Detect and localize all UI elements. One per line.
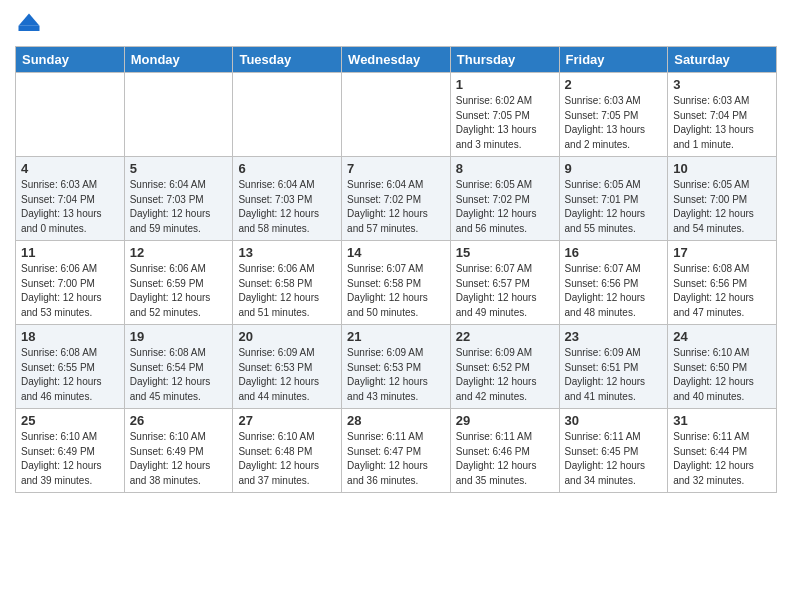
day-number: 3 bbox=[673, 77, 771, 92]
day-number: 4 bbox=[21, 161, 119, 176]
day-info: Sunrise: 6:05 AM Sunset: 7:01 PM Dayligh… bbox=[565, 178, 663, 236]
day-number: 25 bbox=[21, 413, 119, 428]
day-number: 10 bbox=[673, 161, 771, 176]
day-info: Sunrise: 6:11 AM Sunset: 6:45 PM Dayligh… bbox=[565, 430, 663, 488]
calendar-table: SundayMondayTuesdayWednesdayThursdayFrid… bbox=[15, 46, 777, 493]
day-number: 20 bbox=[238, 329, 336, 344]
calendar-cell: 2Sunrise: 6:03 AM Sunset: 7:05 PM Daylig… bbox=[559, 73, 668, 157]
calendar-cell: 27Sunrise: 6:10 AM Sunset: 6:48 PM Dayli… bbox=[233, 409, 342, 493]
day-info: Sunrise: 6:05 AM Sunset: 7:02 PM Dayligh… bbox=[456, 178, 554, 236]
day-number: 13 bbox=[238, 245, 336, 260]
logo bbox=[15, 10, 47, 38]
calendar-cell: 9Sunrise: 6:05 AM Sunset: 7:01 PM Daylig… bbox=[559, 157, 668, 241]
day-info: Sunrise: 6:11 AM Sunset: 6:44 PM Dayligh… bbox=[673, 430, 771, 488]
day-info: Sunrise: 6:07 AM Sunset: 6:56 PM Dayligh… bbox=[565, 262, 663, 320]
weekday-header-saturday: Saturday bbox=[668, 47, 777, 73]
day-number: 7 bbox=[347, 161, 445, 176]
calendar-cell: 30Sunrise: 6:11 AM Sunset: 6:45 PM Dayli… bbox=[559, 409, 668, 493]
weekday-header-friday: Friday bbox=[559, 47, 668, 73]
calendar-cell: 24Sunrise: 6:10 AM Sunset: 6:50 PM Dayli… bbox=[668, 325, 777, 409]
calendar-cell: 4Sunrise: 6:03 AM Sunset: 7:04 PM Daylig… bbox=[16, 157, 125, 241]
day-number: 26 bbox=[130, 413, 228, 428]
day-info: Sunrise: 6:08 AM Sunset: 6:54 PM Dayligh… bbox=[130, 346, 228, 404]
day-number: 30 bbox=[565, 413, 663, 428]
day-info: Sunrise: 6:03 AM Sunset: 7:04 PM Dayligh… bbox=[21, 178, 119, 236]
calendar-week-4: 18Sunrise: 6:08 AM Sunset: 6:55 PM Dayli… bbox=[16, 325, 777, 409]
calendar-week-5: 25Sunrise: 6:10 AM Sunset: 6:49 PM Dayli… bbox=[16, 409, 777, 493]
day-info: Sunrise: 6:07 AM Sunset: 6:58 PM Dayligh… bbox=[347, 262, 445, 320]
day-info: Sunrise: 6:09 AM Sunset: 6:53 PM Dayligh… bbox=[347, 346, 445, 404]
calendar-cell bbox=[342, 73, 451, 157]
day-number: 29 bbox=[456, 413, 554, 428]
day-info: Sunrise: 6:03 AM Sunset: 7:05 PM Dayligh… bbox=[565, 94, 663, 152]
day-number: 14 bbox=[347, 245, 445, 260]
calendar-cell: 10Sunrise: 6:05 AM Sunset: 7:00 PM Dayli… bbox=[668, 157, 777, 241]
calendar-cell: 21Sunrise: 6:09 AM Sunset: 6:53 PM Dayli… bbox=[342, 325, 451, 409]
day-number: 24 bbox=[673, 329, 771, 344]
calendar-cell: 28Sunrise: 6:11 AM Sunset: 6:47 PM Dayli… bbox=[342, 409, 451, 493]
day-info: Sunrise: 6:10 AM Sunset: 6:49 PM Dayligh… bbox=[21, 430, 119, 488]
day-number: 9 bbox=[565, 161, 663, 176]
calendar-cell: 3Sunrise: 6:03 AM Sunset: 7:04 PM Daylig… bbox=[668, 73, 777, 157]
weekday-header-sunday: Sunday bbox=[16, 47, 125, 73]
day-number: 11 bbox=[21, 245, 119, 260]
day-number: 28 bbox=[347, 413, 445, 428]
calendar-cell: 25Sunrise: 6:10 AM Sunset: 6:49 PM Dayli… bbox=[16, 409, 125, 493]
day-number: 8 bbox=[456, 161, 554, 176]
calendar-cell: 11Sunrise: 6:06 AM Sunset: 7:00 PM Dayli… bbox=[16, 241, 125, 325]
calendar-cell: 22Sunrise: 6:09 AM Sunset: 6:52 PM Dayli… bbox=[450, 325, 559, 409]
day-number: 2 bbox=[565, 77, 663, 92]
logo-icon bbox=[15, 10, 43, 38]
day-number: 22 bbox=[456, 329, 554, 344]
calendar-cell: 15Sunrise: 6:07 AM Sunset: 6:57 PM Dayli… bbox=[450, 241, 559, 325]
calendar-cell: 12Sunrise: 6:06 AM Sunset: 6:59 PM Dayli… bbox=[124, 241, 233, 325]
day-info: Sunrise: 6:08 AM Sunset: 6:56 PM Dayligh… bbox=[673, 262, 771, 320]
day-number: 21 bbox=[347, 329, 445, 344]
calendar-cell: 16Sunrise: 6:07 AM Sunset: 6:56 PM Dayli… bbox=[559, 241, 668, 325]
day-info: Sunrise: 6:09 AM Sunset: 6:52 PM Dayligh… bbox=[456, 346, 554, 404]
calendar-week-1: 1Sunrise: 6:02 AM Sunset: 7:05 PM Daylig… bbox=[16, 73, 777, 157]
day-info: Sunrise: 6:06 AM Sunset: 6:59 PM Dayligh… bbox=[130, 262, 228, 320]
day-number: 31 bbox=[673, 413, 771, 428]
calendar-cell bbox=[124, 73, 233, 157]
day-info: Sunrise: 6:10 AM Sunset: 6:49 PM Dayligh… bbox=[130, 430, 228, 488]
calendar-week-3: 11Sunrise: 6:06 AM Sunset: 7:00 PM Dayli… bbox=[16, 241, 777, 325]
calendar-cell: 20Sunrise: 6:09 AM Sunset: 6:53 PM Dayli… bbox=[233, 325, 342, 409]
day-info: Sunrise: 6:05 AM Sunset: 7:00 PM Dayligh… bbox=[673, 178, 771, 236]
day-number: 19 bbox=[130, 329, 228, 344]
day-info: Sunrise: 6:04 AM Sunset: 7:03 PM Dayligh… bbox=[130, 178, 228, 236]
day-number: 16 bbox=[565, 245, 663, 260]
calendar-cell bbox=[233, 73, 342, 157]
day-number: 18 bbox=[21, 329, 119, 344]
day-info: Sunrise: 6:04 AM Sunset: 7:03 PM Dayligh… bbox=[238, 178, 336, 236]
day-info: Sunrise: 6:04 AM Sunset: 7:02 PM Dayligh… bbox=[347, 178, 445, 236]
day-info: Sunrise: 6:08 AM Sunset: 6:55 PM Dayligh… bbox=[21, 346, 119, 404]
svg-rect-1 bbox=[19, 26, 40, 31]
day-info: Sunrise: 6:10 AM Sunset: 6:48 PM Dayligh… bbox=[238, 430, 336, 488]
day-info: Sunrise: 6:07 AM Sunset: 6:57 PM Dayligh… bbox=[456, 262, 554, 320]
weekday-header-thursday: Thursday bbox=[450, 47, 559, 73]
day-number: 1 bbox=[456, 77, 554, 92]
calendar-cell: 29Sunrise: 6:11 AM Sunset: 6:46 PM Dayli… bbox=[450, 409, 559, 493]
calendar-cell: 14Sunrise: 6:07 AM Sunset: 6:58 PM Dayli… bbox=[342, 241, 451, 325]
day-number: 23 bbox=[565, 329, 663, 344]
calendar-cell: 18Sunrise: 6:08 AM Sunset: 6:55 PM Dayli… bbox=[16, 325, 125, 409]
weekday-header-row: SundayMondayTuesdayWednesdayThursdayFrid… bbox=[16, 47, 777, 73]
calendar-cell: 7Sunrise: 6:04 AM Sunset: 7:02 PM Daylig… bbox=[342, 157, 451, 241]
weekday-header-wednesday: Wednesday bbox=[342, 47, 451, 73]
calendar-cell: 8Sunrise: 6:05 AM Sunset: 7:02 PM Daylig… bbox=[450, 157, 559, 241]
calendar-cell: 23Sunrise: 6:09 AM Sunset: 6:51 PM Dayli… bbox=[559, 325, 668, 409]
weekday-header-monday: Monday bbox=[124, 47, 233, 73]
day-info: Sunrise: 6:02 AM Sunset: 7:05 PM Dayligh… bbox=[456, 94, 554, 152]
calendar-cell: 13Sunrise: 6:06 AM Sunset: 6:58 PM Dayli… bbox=[233, 241, 342, 325]
svg-marker-0 bbox=[19, 14, 40, 26]
day-info: Sunrise: 6:03 AM Sunset: 7:04 PM Dayligh… bbox=[673, 94, 771, 152]
calendar-cell: 26Sunrise: 6:10 AM Sunset: 6:49 PM Dayli… bbox=[124, 409, 233, 493]
calendar-cell: 17Sunrise: 6:08 AM Sunset: 6:56 PM Dayli… bbox=[668, 241, 777, 325]
day-info: Sunrise: 6:11 AM Sunset: 6:46 PM Dayligh… bbox=[456, 430, 554, 488]
day-info: Sunrise: 6:10 AM Sunset: 6:50 PM Dayligh… bbox=[673, 346, 771, 404]
day-info: Sunrise: 6:06 AM Sunset: 7:00 PM Dayligh… bbox=[21, 262, 119, 320]
day-info: Sunrise: 6:09 AM Sunset: 6:51 PM Dayligh… bbox=[565, 346, 663, 404]
weekday-header-tuesday: Tuesday bbox=[233, 47, 342, 73]
calendar-cell: 19Sunrise: 6:08 AM Sunset: 6:54 PM Dayli… bbox=[124, 325, 233, 409]
